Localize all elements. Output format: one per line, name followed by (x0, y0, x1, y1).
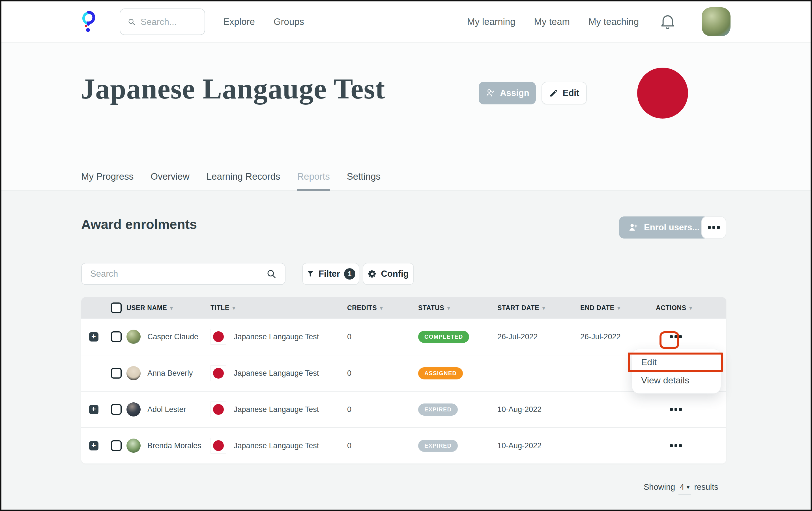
award-cover-image (637, 67, 688, 118)
nav-link-groups[interactable]: Groups (273, 17, 304, 27)
award-thumbnail (210, 438, 226, 454)
table-header-row: USER NAME TITLE CREDITS STATUS START DAT… (81, 297, 726, 319)
brand-logo-icon[interactable] (80, 10, 95, 33)
funnel-icon (306, 269, 315, 278)
filter-button[interactable]: Filter 1 (302, 263, 359, 285)
notifications-bell-icon[interactable] (660, 12, 676, 31)
row-actions-menu: Edit View details (632, 349, 721, 394)
start-date: 26-Jul-2022 (497, 333, 580, 341)
sort-arrow-icon (170, 304, 173, 312)
start-date: 10-Aug-2022 (497, 405, 580, 414)
edit-button-label: Edit (563, 88, 579, 98)
gear-icon (368, 269, 377, 278)
column-header-end-date[interactable]: END DATE (580, 304, 656, 312)
column-header-start-date[interactable]: START DATE (497, 304, 580, 312)
nav-link-my-learning[interactable]: My learning (467, 17, 516, 27)
column-header-title[interactable]: TITLE (210, 304, 347, 312)
sort-arrow-icon (380, 304, 383, 312)
award-thumbnail (210, 365, 226, 381)
table-row: Adol Lester Japanese Langauge Test 0 EXP… (81, 391, 726, 427)
tab-reports[interactable]: Reports (297, 171, 330, 191)
enrolments-table: USER NAME TITLE CREDITS STATUS START DAT… (81, 297, 726, 463)
expand-row-button[interactable] (89, 441, 98, 450)
award-title: Japanese Langauge Test (234, 442, 319, 450)
column-header-actions[interactable]: ACTIONS (656, 304, 726, 312)
app-window: Explore Groups My learning My team My te… (0, 0, 812, 511)
results-footer: Showing 4▾ results (644, 482, 718, 494)
config-button-label: Config (381, 269, 409, 279)
table-row: Casper Claude Japanese Langauge Test 0 C… (81, 319, 726, 355)
row-checkbox[interactable] (111, 404, 122, 415)
sort-arrow-icon (232, 304, 236, 312)
avatar (126, 438, 141, 453)
column-header-credits[interactable]: CREDITS (347, 304, 418, 312)
column-header-user-name[interactable]: USER NAME (126, 304, 210, 312)
column-header-status[interactable]: STATUS (418, 304, 497, 312)
person-check-icon (485, 88, 495, 98)
nav-link-my-teaching[interactable]: My teaching (588, 17, 639, 27)
global-search (120, 8, 205, 35)
expand-row-button[interactable] (89, 332, 98, 342)
table-search (81, 263, 286, 285)
award-title: Japanese Langauge Test (234, 369, 319, 378)
start-date: 10-Aug-2022 (497, 442, 580, 450)
page-title: Japanese Langauge Test (81, 72, 385, 105)
table-row: Anna Beverly Japanese Langauge Test 0 AS… (81, 355, 726, 391)
edit-button[interactable]: Edit (542, 82, 587, 105)
expand-row-button[interactable] (89, 405, 98, 414)
award-thumbnail (210, 401, 226, 417)
sort-arrow-icon (689, 304, 693, 312)
search-icon (127, 17, 136, 27)
person-plus-icon (628, 222, 639, 233)
enrol-users-button[interactable]: Enrol users... (619, 217, 708, 238)
tab-my-progress[interactable]: My Progress (81, 171, 134, 191)
showing-label: Showing (644, 482, 675, 492)
menu-item-view-details[interactable]: View details (632, 371, 721, 389)
row-checkbox[interactable] (111, 331, 122, 342)
credits-value: 0 (347, 369, 418, 378)
status-badge: EXPIRED (418, 440, 458, 452)
row-checkbox[interactable] (111, 440, 122, 451)
chevron-down-icon: ▾ (686, 484, 690, 491)
tab-overview[interactable]: Overview (150, 171, 190, 191)
award-title: Japanese Langauge Test (234, 405, 319, 414)
assign-button[interactable]: Assign (479, 82, 536, 105)
award-title: Japanese Langauge Test (234, 333, 319, 341)
user-avatar[interactable] (702, 7, 730, 36)
nav-link-explore[interactable]: Explore (223, 17, 255, 27)
sort-arrow-icon (542, 304, 546, 312)
status-badge: ASSIGNED (418, 367, 463, 379)
row-actions-button[interactable] (670, 408, 682, 411)
credits-value: 0 (347, 442, 418, 450)
row-checkbox[interactable] (111, 368, 122, 378)
global-search-input[interactable] (141, 17, 197, 27)
tab-settings[interactable]: Settings (347, 171, 380, 191)
results-count-dropdown[interactable]: 4▾ (678, 482, 691, 494)
tab-learning-records[interactable]: Learning Records (206, 171, 280, 191)
user-name: Anna Beverly (147, 369, 193, 378)
nav-link-my-team[interactable]: My team (534, 17, 570, 27)
select-all-checkbox[interactable] (111, 303, 122, 313)
config-button[interactable]: Config (363, 263, 414, 285)
pencil-icon (549, 89, 558, 97)
row-actions-button[interactable] (670, 444, 682, 447)
hero-actions: Assign Edit (479, 82, 587, 105)
row-actions-button[interactable] (670, 335, 682, 338)
table-search-input[interactable] (90, 269, 266, 279)
nav-links: Explore Groups (223, 17, 304, 27)
status-badge: COMPLETED (418, 331, 469, 343)
tab-bar: My Progress Overview Learning Records Re… (81, 171, 380, 191)
section-more-button[interactable] (701, 217, 726, 238)
section-heading: Award enrolments (81, 217, 197, 232)
user-name: Casper Claude (147, 333, 198, 341)
menu-item-edit[interactable]: Edit (632, 353, 721, 371)
nav-right: My learning My team My teaching (467, 7, 730, 36)
avatar (126, 402, 141, 417)
table-row: Brenda Morales Japanese Langauge Test 0 … (81, 427, 726, 463)
filter-count-badge: 1 (344, 268, 355, 280)
ellipsis-icon (708, 226, 720, 229)
filter-button-label: Filter (319, 269, 340, 279)
avatar (126, 330, 141, 344)
sort-arrow-icon (617, 304, 621, 312)
search-icon (266, 269, 277, 279)
